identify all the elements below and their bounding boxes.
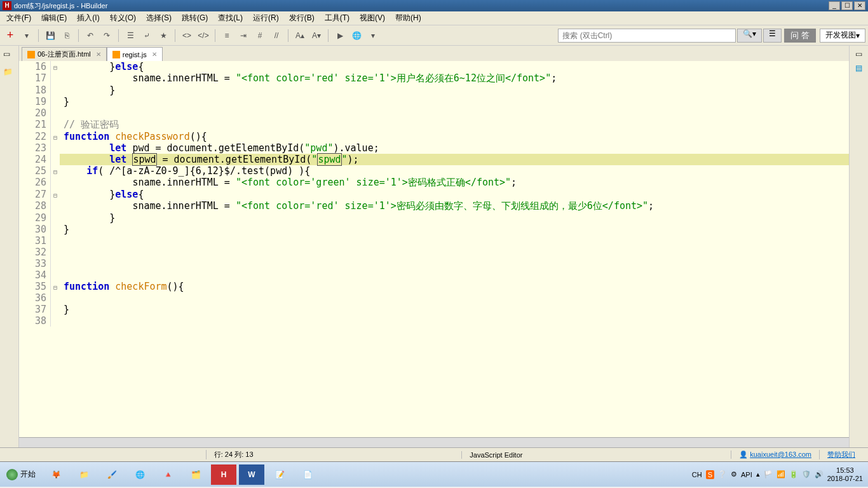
taskbar-app-hbuilder[interactable]: H [211,464,236,485]
tray-flag-icon[interactable]: 🏳️ [764,470,773,478]
code-line[interactable]: 38 [19,315,849,327]
code-line[interactable]: 25⊟ if( /^[a-zA-Z0-9_]{6,12}$/.test(pwd)… [19,165,849,177]
code-line[interactable]: 23 let pwd = document.getElementById("pw… [19,142,849,154]
search-opt-button[interactable]: ☰ [763,29,782,43]
sponsor-link[interactable]: 赞助我们 [819,450,863,459]
indent-button[interactable]: ⇥ [236,28,251,43]
tray-clock[interactable]: 15:53 2018-07-21 [827,466,863,483]
tray-net-icon[interactable]: 📶 [776,470,785,478]
browser-button[interactable]: 🌐 [349,28,364,43]
taskbar-app-notepad[interactable]: 📝 [267,464,292,485]
editor-tab[interactable]: regist.js✕ [107,47,163,61]
statusbar: 行: 24 列: 13 JavaScript Editor 👤 kuaixuei… [0,447,868,461]
taskbar-app-other[interactable]: 📄 [295,464,320,485]
code-line[interactable]: 36 [19,292,849,304]
tray-api[interactable]: API [741,471,752,478]
menu-item[interactable]: 运行(R) [248,11,284,25]
search-button[interactable]: 🔍▾ [737,29,762,43]
tray-lang[interactable]: CH [692,471,702,478]
code-line[interactable]: 26 sname.innerHTML = "<font color='green… [19,177,849,189]
tray-sogou-icon[interactable]: S [706,470,714,479]
menu-item[interactable]: 转义(O) [105,11,141,25]
code-line[interactable]: 35⊟function checkForm(){ [19,281,849,292]
user-account[interactable]: 👤 kuaixueit@163.com [731,451,819,459]
code-line[interactable]: 22⊟function checkPassword(){ [19,131,849,142]
taskbar-app-explorer[interactable]: 📁 [71,464,97,485]
code-line[interactable]: 33 [19,258,849,269]
code-line[interactable]: 18 } [19,85,849,96]
font-inc-button[interactable]: A▴ [292,28,308,43]
close-tab-icon[interactable]: ✕ [152,51,157,58]
folder-icon[interactable]: 📁 [3,67,16,80]
toolbar: + ▾ 💾 ⎘ ↶ ↷ ☰ ⤶ ★ <> </> ≡ ⇥ # // A▴ A▾ … [0,25,868,46]
start-button[interactable]: 开始 [0,466,42,483]
code-line[interactable]: 32 [19,247,849,258]
tray-shield-icon[interactable]: 🛡️ [802,470,811,478]
snippet-icon[interactable]: ▤ [855,64,862,72]
taskbar-app-word[interactable]: W [239,464,264,485]
code-line[interactable]: 24 let spwd = document.getElementById("s… [19,154,849,165]
code-line[interactable]: 21// 验证密码 [19,119,849,131]
tray-battery-icon[interactable]: 🔋 [789,470,798,478]
taskbar-app-folder[interactable]: 🗂️ [183,464,208,485]
code-line[interactable]: 20 [19,107,849,119]
new-dropdown[interactable]: ▾ [19,28,34,43]
view-selector[interactable]: 开发视图 ▾ [820,29,865,43]
horizontal-scrollbar[interactable] [19,437,849,447]
font-dec-button[interactable]: A▾ [309,28,324,43]
menu-item[interactable]: 跳转(G) [177,11,213,25]
code-editor[interactable]: 16⊟ }else{17 sname.innerHTML = "<font co… [19,61,849,437]
close-button[interactable]: ✕ [854,1,865,10]
new-button[interactable]: + [3,28,18,43]
star-button[interactable]: ★ [156,28,171,43]
tag2-button[interactable]: </> [196,28,211,43]
redo-button[interactable]: ↷ [99,28,114,43]
run-button[interactable]: ▶ [332,28,348,43]
ask-button[interactable]: 问 答 [784,29,816,43]
code-line[interactable]: 30} [19,224,849,235]
menu-item[interactable]: 文件(F) [1,11,36,25]
wrap-button[interactable]: ⤶ [139,28,154,43]
code-line[interactable]: 29 } [19,212,849,224]
taskbar-app-tools[interactable]: 🖌️ [99,464,125,485]
code-line[interactable]: 27⊟ }else{ [19,189,849,200]
maximize-button[interactable]: ☐ [841,1,853,10]
tray-expand-icon[interactable]: ▴ [756,470,760,478]
menu-item[interactable]: 工具(T) [320,11,355,25]
tag-button[interactable]: <> [179,28,194,43]
menu-item[interactable]: 帮助(H) [390,11,426,25]
tray-settings-icon[interactable]: ⚙ [731,470,737,478]
menu-item[interactable]: 选择(S) [141,11,177,25]
sidebar-toggle-icon[interactable]: ▭ [3,50,16,62]
hash-button[interactable]: # [252,28,268,43]
code-line[interactable]: 19} [19,96,849,107]
code-line[interactable]: 37} [19,304,849,315]
editor-tab[interactable]: 06-注册页面.html✕ [22,47,107,61]
undo-button[interactable]: ↶ [83,28,98,43]
menu-item[interactable]: 视图(V) [355,11,390,25]
taskbar-app-misc[interactable]: 🔺 [155,464,180,485]
tray-volume-icon[interactable]: 🔊 [815,470,824,478]
menu-item[interactable]: 编辑(E) [36,11,72,25]
search-input[interactable] [558,29,736,43]
code-line[interactable]: 17 sname.innerHTML = "<font color='red' … [19,72,849,85]
menu-item[interactable]: 插入(I) [72,11,104,25]
taskbar-app-chrome[interactable]: 🌐 [127,464,153,485]
code-line[interactable]: 28 sname.innerHTML = "<font color='red' … [19,200,849,212]
save-all-button[interactable]: ⎘ [59,28,74,43]
taskbar-app-firefox[interactable]: 🦊 [43,464,69,485]
code-line[interactable]: 16⊟ }else{ [19,61,849,72]
outline-icon[interactable]: ▭ [855,50,862,58]
close-tab-icon[interactable]: ✕ [96,51,101,58]
more-button[interactable]: ▾ [365,28,381,43]
minimize-button[interactable]: _ [829,1,840,10]
code-line[interactable]: 31 [19,235,849,247]
save-button[interactable]: 💾 [43,28,58,43]
tray-help-icon[interactable]: ❔ [718,470,727,478]
menu-item[interactable]: 查找(L) [213,11,248,25]
format-button[interactable]: ☰ [123,28,138,43]
menu-item[interactable]: 发行(B) [284,11,320,25]
align-left-button[interactable]: ≡ [219,28,234,43]
comment-button[interactable]: // [269,28,284,43]
code-line[interactable]: 34 [19,269,849,281]
